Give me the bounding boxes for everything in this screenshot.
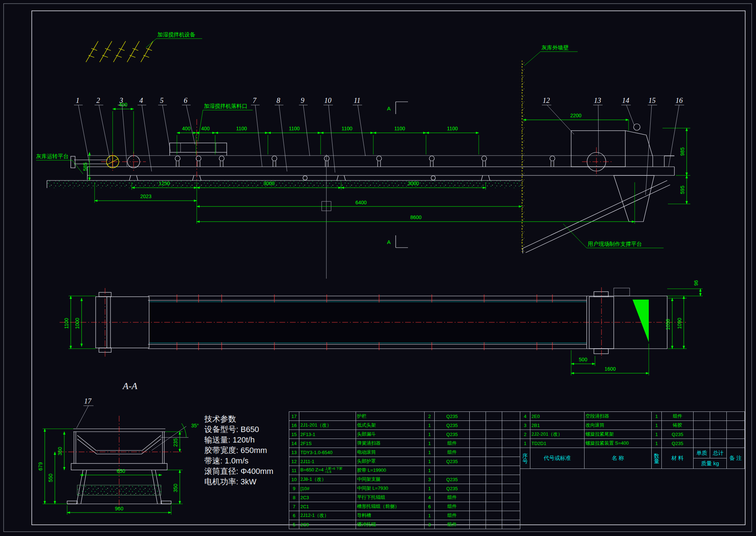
bom-cell: 4 xyxy=(425,493,435,502)
bom-cell: 导料槽 xyxy=(356,511,425,520)
bom-cell: 3 xyxy=(520,421,530,430)
bom-cell xyxy=(299,412,356,421)
balloon-13: 13 xyxy=(594,96,601,104)
table-row: 152F13-1头部漏斗1Q235 xyxy=(289,430,520,439)
bom-cell xyxy=(486,421,502,430)
bom-cell xyxy=(502,475,520,484)
bom-cell: 2J11-1 xyxy=(299,457,356,466)
bom-cell xyxy=(486,502,502,511)
cad-drawing-sheet: A A 400 400 1100 1100 1100 1100 1100 400… xyxy=(0,0,756,536)
bom-cell: 11 xyxy=(289,466,299,475)
label-mixer-equipment: 加湿搅拌机设备 xyxy=(157,31,195,38)
section-mark-a-top: A xyxy=(387,102,408,114)
bom-cell: 护栏 xyxy=(356,412,425,421)
bom-cell: Q235 xyxy=(435,475,470,484)
balloon-9: 9 xyxy=(301,96,304,104)
bom-cell xyxy=(486,466,502,475)
bom-table-right: 42E0空段清扫器1组件 32B1改向滚筒1铸胶 22J2-201（改）螺旋拉紧… xyxy=(520,411,745,469)
dim-3000-a: 3000 xyxy=(263,180,274,186)
bom-cell: 电动滚筒 xyxy=(356,448,425,457)
side-view-dimensions: 400 400 1100 1100 1100 1100 1100 400 220… xyxy=(82,102,690,224)
balloon-17: 17 xyxy=(84,397,92,405)
balloon-11: 11 xyxy=(354,96,361,104)
section-aa-view: A-A 17 xyxy=(58,381,188,510)
bom-cell: 空段清扫器 xyxy=(585,412,652,421)
dim-235: 235 xyxy=(173,438,178,447)
table-row: 82C3平行下托辊组4组件 xyxy=(289,493,520,502)
balloon-16: 16 xyxy=(675,96,683,104)
bom-cell: 5 xyxy=(289,520,299,529)
balloon-7: 7 xyxy=(253,96,257,104)
bom-cell: 4 xyxy=(520,412,530,421)
bom-cell xyxy=(710,421,727,430)
bom-cell: 1 xyxy=(652,421,662,430)
table-row: 32B1改向滚筒1铸胶 xyxy=(520,421,745,430)
bom-header-code: 代号或标准 xyxy=(530,448,585,469)
table-row: 42E0空段清扫器1组件 xyxy=(520,412,745,421)
table-row: 17护栏2Q235 xyxy=(289,412,520,421)
dim-1100-plan: 1100 xyxy=(64,318,69,329)
bom-cell: 改向滚筒 xyxy=(585,421,652,430)
balloon-6: 6 xyxy=(184,96,187,104)
bom-cell: 螺旋拉紧尾架 xyxy=(585,430,652,439)
bom-cell xyxy=(486,511,502,520)
dim-1000-plan: 1000 xyxy=(74,318,80,329)
bom-cell: 铸胶 xyxy=(662,421,694,430)
bom-cell: 1 xyxy=(425,439,435,448)
balloon-5: 5 xyxy=(160,96,164,104)
bom-header-qty: 数量 xyxy=(652,448,662,469)
dim-6400: 6400 xyxy=(355,200,366,205)
bom-cell: 2F1S xyxy=(299,439,356,448)
bom-cell: TD2D1 xyxy=(530,439,585,448)
bom-cell xyxy=(502,484,520,493)
bom-cell: 10 xyxy=(289,475,299,484)
belt-code: B=650 Z=4 xyxy=(300,467,323,472)
label-support-platform: 用户现场制作支撑平台 xyxy=(588,241,642,247)
tech-capacity: 输送量: 120t/h xyxy=(204,435,273,445)
bom-cell xyxy=(470,484,486,493)
bom-cell xyxy=(502,493,520,502)
dim-960: 960 xyxy=(115,506,123,511)
bom-cell: 头部护罩 xyxy=(356,457,425,466)
bom-cell: 弹簧清扫器 xyxy=(356,439,425,448)
bom-cell xyxy=(486,484,502,493)
table-row: 9[10#中间架 L=79301Q235 xyxy=(289,484,520,493)
table-row: 162J1-201（改）低式头架1Q235 xyxy=(289,421,520,430)
dim-400-a: 400 xyxy=(182,126,191,131)
bom-cell: 头部漏斗 xyxy=(356,430,425,439)
bom-cell xyxy=(710,439,727,448)
bom-cell xyxy=(470,457,486,466)
bom-cell: 中间架 L=7930 xyxy=(356,484,425,493)
tech-model: 设备型号: B650 xyxy=(204,424,273,435)
bom-cell xyxy=(502,430,520,439)
tech-drum-dia: 滚筒直径: Φ400mm xyxy=(204,466,273,476)
bom-cell: 3 xyxy=(425,475,435,484)
bom-cell: Q235 xyxy=(662,430,694,439)
dim-2200: 2200 xyxy=(570,113,581,118)
bom-cell xyxy=(486,493,502,502)
section-mark-a-bottom: A xyxy=(387,235,408,248)
bom-cell xyxy=(710,412,727,421)
dim-585: 585 xyxy=(82,162,88,171)
bom-cell: Q235 xyxy=(435,457,470,466)
green-labels: 加湿搅拌机设备 加湿搅拌机落料口 灰库外墙壁 灰库运转平台 用户现场制作支撑平台 xyxy=(36,31,664,248)
bom-cell: 8 xyxy=(289,493,299,502)
bom-cell: 2 xyxy=(425,412,435,421)
plan-material-flow-triangle xyxy=(633,300,649,342)
bom-cell: TDY3-1.0-6540 xyxy=(299,448,356,457)
bom-cell xyxy=(502,466,520,475)
bom-cell: 低式头架 xyxy=(356,421,425,430)
bom-cell xyxy=(502,439,520,448)
balloon-3: 3 xyxy=(119,96,123,104)
bom-cell: 1 xyxy=(652,439,662,448)
dim-1250: 1250 xyxy=(158,180,170,186)
bom-cell: 组件 xyxy=(435,502,470,511)
bom-cell: 14 xyxy=(289,439,299,448)
table-row: 72C1槽形托辊组（前侧）6组件 xyxy=(289,502,520,511)
bom-cell xyxy=(502,457,520,466)
bom-cell: 3 xyxy=(425,520,435,529)
table-row: 13TDY3-1.0-6540电动滚筒1组件 xyxy=(289,448,520,457)
bom-cell: 2C3 xyxy=(299,493,356,502)
bom-cell: 1 xyxy=(425,457,435,466)
balloon-8: 8 xyxy=(277,96,280,104)
